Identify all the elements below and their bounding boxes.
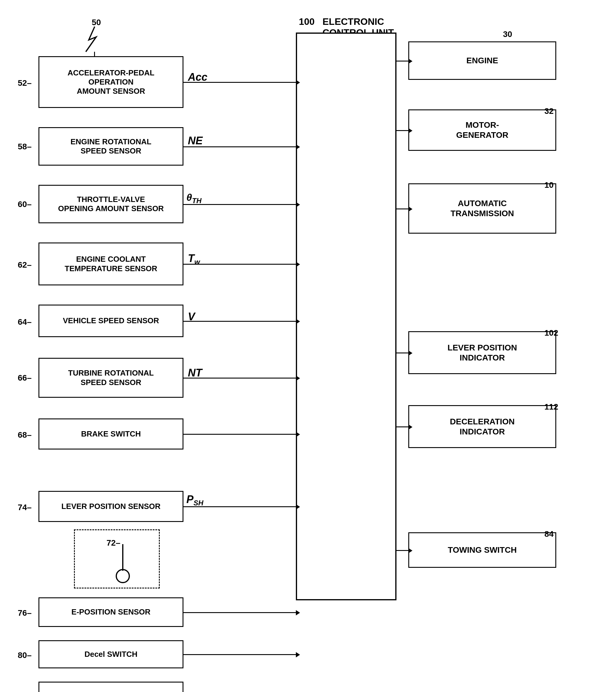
signal-acc: Acc: [188, 71, 207, 83]
sensor-80-box: Decel SWITCH: [39, 640, 184, 668]
ref-58: 58–: [18, 142, 31, 151]
ref-66: 66–: [18, 373, 31, 383]
ref-62: 62–: [18, 260, 31, 270]
line-62: [184, 264, 296, 265]
line-64: [184, 321, 296, 322]
ref-80: 80–: [18, 651, 31, 660]
svg-point-1: [116, 569, 129, 583]
line-76: [184, 612, 296, 613]
ref-30: 30: [503, 29, 512, 39]
ref-68: 68–: [18, 430, 31, 440]
sensor-82-box: Can-Decel SWITCH: [39, 682, 184, 692]
sensor-76-box: E-POSITION SENSOR: [39, 597, 184, 627]
spark-icon: [80, 24, 109, 53]
ref-102: 102: [545, 328, 558, 338]
ref-64: 64–: [18, 317, 31, 327]
signal-ne: NE: [188, 134, 203, 147]
ref-60: 60–: [18, 200, 31, 209]
sensor-60-box: THROTTLE-VALVEOPENING AMOUNT SENSOR: [39, 185, 184, 223]
line-80: [184, 654, 296, 655]
ref-10: 10: [545, 180, 554, 190]
signal-tw: Tw: [188, 252, 200, 266]
ref-76: 76–: [18, 608, 31, 618]
out-line-engine: [397, 61, 408, 62]
towing-switch-box: TOWING SWITCH: [408, 532, 556, 568]
out-line-trans: [397, 209, 408, 209]
motor-gen-box: MOTOR-GENERATOR: [408, 109, 556, 151]
signal-v: V: [188, 310, 195, 323]
ref-32: 32: [545, 106, 554, 116]
out-line-motorg: [397, 130, 408, 131]
diagram: 50 100 ELECTRONICCONTROL UNIT 30 ENGINE …: [0, 0, 616, 692]
signal-theta: θTH: [186, 192, 201, 205]
decel-indicator-box: DECELERATIONINDICATOR: [408, 405, 556, 448]
sensor-62-box: ENGINE COOLANTTEMPERATURE SENSOR: [39, 242, 184, 285]
ref-112: 112: [545, 402, 558, 412]
ref-52: 52–: [18, 78, 31, 88]
auto-trans-box: AUTOMATICTRANSMISSION: [408, 183, 556, 234]
engine-box: ENGINE: [408, 41, 556, 80]
shift-lever-icon: [105, 544, 141, 586]
ecu-number: 100: [299, 16, 315, 27]
lever-pos-indicator-box: LEVER POSITIONINDICATOR: [408, 331, 556, 374]
sensor-66-box: TURBINE ROTATIONALSPEED SENSOR: [39, 358, 184, 398]
sensor-52-box: ACCELERATOR-PEDALOPERATIONAMOUNT SENSOR: [39, 56, 184, 108]
ref-84: 84: [545, 529, 554, 539]
sensor-74-box: LEVER POSITION SENSOR: [39, 491, 184, 522]
ref-74: 74–: [18, 503, 31, 512]
ecu-box: [296, 33, 397, 600]
sensor-64-box: VEHICLE SPEED SENSOR: [39, 305, 184, 337]
line-68: [184, 434, 296, 435]
out-line-leverind: [397, 352, 408, 353]
signal-nt: NT: [188, 367, 202, 379]
sensor-58-box: ENGINE ROTATIONALSPEED SENSOR: [39, 127, 184, 166]
sensor-68-box: BRAKE SWITCH: [39, 418, 184, 450]
signal-psh: PSH: [186, 493, 203, 507]
out-line-decelind: [397, 427, 408, 427]
out-line-towing: [397, 550, 408, 551]
